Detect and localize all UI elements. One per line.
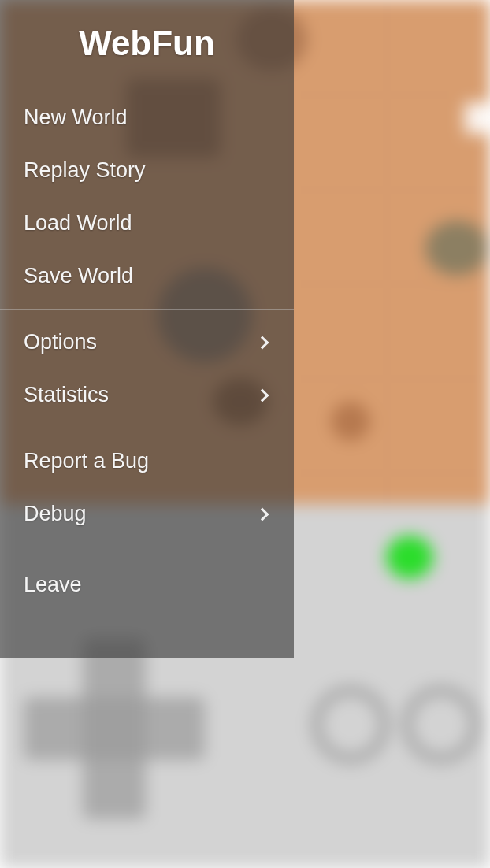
menu-item-options[interactable]: Options: [0, 316, 294, 369]
menu-section-world: New World Replay Story Load World Save W…: [0, 85, 294, 310]
menu-section-tools: Report a Bug Debug: [0, 428, 294, 547]
menu-item-debug[interactable]: Debug: [0, 488, 294, 540]
app-title: WebFun: [0, 24, 294, 85]
menu-item-label: Load World: [24, 211, 270, 236]
health-indicator: [386, 536, 433, 579]
menu-item-report-bug[interactable]: Report a Bug: [0, 435, 294, 488]
main-menu: WebFun New World Replay Story Load World…: [0, 0, 294, 658]
menu-item-label: Leave: [24, 573, 270, 597]
menu-item-new-world[interactable]: New World: [0, 91, 294, 144]
menu-item-save-world[interactable]: Save World: [0, 250, 294, 302]
menu-item-replay-story[interactable]: Replay Story: [0, 144, 294, 197]
dpad-horizontal[interactable]: [24, 697, 205, 760]
menu-section-leave: Leave: [0, 547, 294, 618]
terrain-object: [465, 102, 490, 134]
menu-item-label: Report a Bug: [24, 449, 270, 473]
menu-item-statistics[interactable]: Statistics: [0, 369, 294, 421]
terrain-object: [331, 402, 370, 441]
menu-section-settings: Options Statistics: [0, 310, 294, 428]
menu-item-label: Statistics: [24, 383, 258, 407]
menu-item-label: Debug: [24, 502, 258, 526]
chevron-right-icon: [256, 507, 269, 521]
menu-item-load-world[interactable]: Load World: [0, 197, 294, 250]
chevron-right-icon: [256, 336, 269, 349]
chevron-right-icon: [256, 388, 269, 402]
menu-item-leave[interactable]: Leave: [0, 558, 294, 611]
menu-item-label: Replay Story: [24, 158, 270, 183]
action-button-b[interactable]: [402, 685, 481, 764]
menu-item-label: Save World: [24, 264, 270, 288]
action-button-a[interactable]: [311, 685, 390, 764]
terrain-object: [425, 221, 488, 276]
menu-item-label: Options: [24, 330, 258, 354]
menu-item-label: New World: [24, 106, 270, 130]
